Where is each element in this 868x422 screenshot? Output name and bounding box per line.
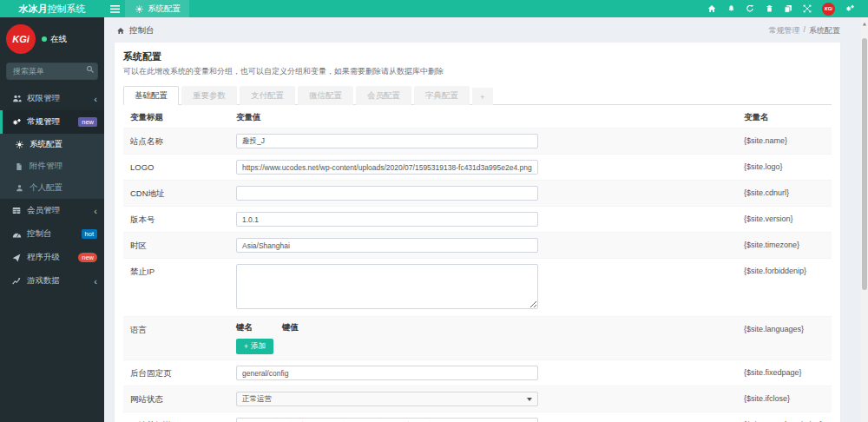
row-label: 语言 bbox=[130, 322, 236, 336]
sidebar-item-label: 系统配置 bbox=[30, 139, 62, 150]
forbidden-ip-textarea[interactable] bbox=[236, 264, 538, 309]
sidebar-item-dashboard[interactable]: 控制台 hot bbox=[0, 222, 104, 246]
row-varname: {$site.logo} bbox=[744, 160, 832, 171]
bell-icon bbox=[726, 4, 736, 13]
row-label: 时区 bbox=[130, 238, 236, 252]
table-icon bbox=[11, 207, 22, 214]
online-status: 在线 bbox=[42, 34, 67, 45]
fullscreen-button[interactable] bbox=[798, 0, 817, 17]
file-icon bbox=[14, 162, 24, 171]
dashboard-icon bbox=[11, 231, 22, 238]
tab-important-params[interactable]: 重要参数 bbox=[181, 86, 237, 105]
gear-icon bbox=[14, 141, 24, 148]
caret-down-icon bbox=[527, 398, 532, 401]
sidebar-item-label: 常规管理 bbox=[27, 116, 73, 128]
row-varname: {$site.ifclose} bbox=[744, 392, 832, 403]
clear-cache-button[interactable] bbox=[760, 0, 779, 17]
site-logo-text: KGi bbox=[12, 34, 30, 44]
online-dot-icon bbox=[42, 36, 47, 42]
user-avatar[interactable]: KGi bbox=[822, 3, 835, 16]
search-icon[interactable] bbox=[86, 65, 95, 74]
sidebar-item-profile[interactable]: 个人配置 bbox=[0, 177, 104, 199]
sidebar-item-attachments[interactable]: 附件管理 bbox=[0, 155, 104, 177]
avatar-text: KGi bbox=[825, 6, 832, 11]
copy-button[interactable] bbox=[779, 0, 798, 17]
table-row: LOGO {$site.logo} bbox=[123, 155, 832, 181]
app-logo[interactable]: 水冰月控制系统 bbox=[0, 0, 104, 17]
sidebar-item-permissions[interactable]: 权限管理 ‹ bbox=[0, 87, 104, 110]
paper-plane-icon bbox=[11, 254, 22, 262]
user-icon bbox=[14, 184, 24, 192]
sidebar-toggle-button[interactable] bbox=[104, 0, 125, 17]
breadcrumb-current: 系统配置 bbox=[809, 25, 840, 36]
cdn-url-input[interactable] bbox=[236, 186, 538, 201]
refresh-button[interactable] bbox=[740, 0, 760, 17]
scroll-up-arrow-icon[interactable]: ▲ bbox=[861, 17, 868, 26]
row-label: 网站关闭说明 bbox=[130, 418, 236, 422]
row-label: LOGO bbox=[130, 160, 236, 172]
sidebar-item-system-config[interactable]: 系统配置 bbox=[0, 134, 104, 155]
language-kv-headers: 键名 键值 bbox=[236, 322, 744, 333]
brand-suffix: 控制系统 bbox=[48, 3, 86, 16]
page-scrollbar[interactable]: ▲ bbox=[861, 17, 868, 422]
tab-member-config[interactable]: 会员配置 bbox=[356, 86, 411, 105]
users-icon bbox=[11, 95, 22, 102]
add-language-button[interactable]: + 添加 bbox=[236, 339, 273, 354]
row-varname: {$site.version} bbox=[744, 212, 832, 223]
breadcrumb-separator: / bbox=[803, 25, 806, 36]
sidebar-item-label: 游戏数据 bbox=[27, 275, 89, 287]
sidebar-item-label: 个人配置 bbox=[30, 182, 62, 194]
menu-search-input[interactable] bbox=[6, 63, 98, 80]
tab-dict-config[interactable]: 字典配置 bbox=[414, 86, 470, 105]
sidebar-item-game-data[interactable]: 游戏数据 ‹ bbox=[0, 269, 104, 293]
scrollbar-thumb[interactable] bbox=[862, 38, 867, 290]
breadcrumb-parent[interactable]: 常规管理 bbox=[768, 25, 799, 36]
breadcrumb-section[interactable]: 控制台 bbox=[115, 25, 155, 36]
fixed-page-input[interactable] bbox=[236, 366, 538, 380]
site-status-select[interactable]: 正常运营 bbox=[236, 392, 538, 406]
add-button-label: 添加 bbox=[251, 341, 266, 352]
page-description: 可以在此增改系统的变量和分组，也可以自定义分组和变量，如果需要删除请从数据库中删… bbox=[123, 66, 832, 77]
home-icon bbox=[707, 4, 717, 13]
table-row: 站点名称 {$site.name} bbox=[123, 129, 832, 155]
value-header: 键值 bbox=[282, 322, 299, 333]
config-panel: 系统配置 可以在此增改系统的变量和分组，也可以自定义分组和变量，如果需要删除请从… bbox=[115, 43, 840, 422]
column-header-varname: 变量名 bbox=[744, 112, 832, 123]
trash-icon bbox=[764, 4, 774, 13]
sidebar-item-label: 会员管理 bbox=[27, 205, 89, 216]
topbar-tab-system-config[interactable]: 系统配置 bbox=[125, 0, 189, 17]
close-note-textarea[interactable] bbox=[236, 418, 538, 422]
table-row: 版本号 {$site.version} bbox=[123, 207, 832, 233]
sidebar-item-label: 附件管理 bbox=[30, 161, 62, 172]
new-badge: new bbox=[78, 117, 97, 127]
chevron-left-icon: ‹ bbox=[94, 278, 97, 285]
site-logo: KGi bbox=[6, 24, 36, 54]
table-row: CDN地址 {$site.cdnurl} bbox=[123, 181, 832, 207]
add-tab-button[interactable]: + bbox=[472, 88, 493, 105]
sidebar-submenu-general: 系统配置 附件管理 个人配置 bbox=[0, 134, 104, 199]
timezone-input[interactable] bbox=[236, 238, 538, 253]
hamburger-icon bbox=[109, 5, 120, 13]
site-name-input[interactable] bbox=[236, 134, 538, 148]
copy-icon bbox=[783, 4, 793, 13]
home-button[interactable] bbox=[702, 0, 721, 17]
logo-url-input[interactable] bbox=[236, 160, 538, 175]
sidebar: KGi 在线 权限管理 ‹ 常规管理 new bbox=[0, 17, 104, 422]
tab-payment-config[interactable]: 支付配置 bbox=[240, 86, 295, 105]
new-badge: new bbox=[78, 253, 97, 262]
notifications-button[interactable] bbox=[721, 0, 740, 17]
sidebar-item-general[interactable]: 常规管理 new bbox=[0, 110, 104, 134]
table-row: 网站关闭说明 {$site.seo_description} bbox=[123, 412, 832, 422]
sidebar-search bbox=[6, 62, 98, 80]
settings-button[interactable] bbox=[840, 0, 859, 17]
row-varname: {$site.name} bbox=[744, 134, 832, 145]
table-row: 后台固定页 {$site.fixedpage} bbox=[123, 360, 832, 386]
sidebar-item-members[interactable]: 会员管理 ‹ bbox=[0, 199, 104, 222]
sidebar-item-upgrade[interactable]: 程序升级 new bbox=[0, 246, 104, 269]
row-varname: {$site.forbiddenip} bbox=[744, 264, 832, 275]
tab-basic-config[interactable]: 基础配置 bbox=[123, 86, 179, 105]
version-input[interactable] bbox=[236, 212, 538, 227]
home-icon bbox=[115, 27, 126, 35]
tab-wechat-config[interactable]: 微信配置 bbox=[298, 86, 353, 105]
topbar-tab-label: 系统配置 bbox=[148, 3, 181, 15]
